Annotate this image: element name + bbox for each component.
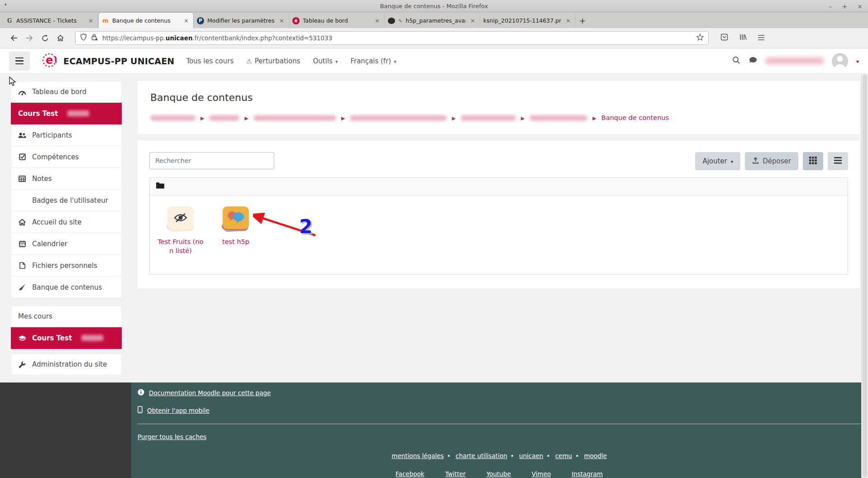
user-name-redacted[interactable] (766, 57, 824, 64)
bookmark-star-icon[interactable] (696, 33, 704, 43)
pocket-icon[interactable] (720, 33, 728, 43)
messages-icon[interactable] (749, 56, 758, 66)
nav-langue[interactable]: Français (fr) (350, 57, 396, 65)
home-icon[interactable] (52, 31, 68, 45)
drawer-toggle-button[interactable] (9, 52, 30, 71)
nav-tous-les-cours[interactable]: Tous les cours (186, 57, 234, 65)
url-bar[interactable]: https://lecampus-pp.unicaen.fr/contentba… (75, 31, 709, 45)
browser-toolbar: https://lecampus-pp.unicaen.fr/contentba… (0, 28, 868, 48)
h5p-speech-bubbles-icon (223, 206, 249, 229)
maximize-button[interactable]: + (842, 3, 848, 10)
purge-caches-link[interactable]: Purger tous les caches (138, 433, 206, 440)
sidebar-header-mes-cours[interactable]: Mes cours (11, 306, 122, 327)
sidebar-item-administration[interactable]: Administration du site (11, 354, 122, 375)
footer-links: mentions légales charte utilisation unic… (138, 452, 861, 459)
sidebar-item-participants[interactable]: Participants (11, 124, 122, 146)
tab-close-icon[interactable]: × (278, 17, 286, 24)
tab-close-icon[interactable]: × (373, 17, 381, 24)
sidebar-item-tableau-de-bord[interactable]: Tableau de bord (11, 81, 122, 103)
site-brand[interactable]: ECAMPUS-PP UNICAEN (63, 56, 174, 66)
cemu-link[interactable]: cemu (555, 452, 572, 459)
tab-assistance[interactable]: G ASSISTANCE - Tickets × (3, 13, 98, 28)
list-view-button[interactable] (828, 152, 848, 170)
menu-hamburger-icon[interactable] (758, 34, 765, 43)
mobile-app-link[interactable]: Obtenir l'app mobile (147, 407, 210, 414)
breadcrumb-redacted[interactable] (150, 115, 196, 121)
shield-icon[interactable] (80, 33, 87, 43)
breadcrumb-current[interactable]: Banque de contenus (601, 114, 669, 121)
pencil-icon (398, 17, 402, 24)
tab-close-icon[interactable]: × (564, 17, 572, 24)
tab-ksnip-image[interactable]: ksnip_20210715-114637.png (Ima × (480, 13, 576, 28)
search-icon[interactable] (732, 56, 740, 66)
avatar[interactable] (832, 53, 848, 69)
breadcrumb-redacted[interactable] (350, 115, 447, 121)
upload-icon (752, 157, 759, 166)
sidebar-item-banque-de-contenus[interactable]: Banque de contenus (11, 277, 122, 298)
youtube-link[interactable]: Youtube (486, 470, 511, 478)
mentions-legales-link[interactable]: mentions légales (391, 452, 444, 459)
tab-tableau-de-bord[interactable]: e Tableau de bord × (289, 13, 385, 28)
warning-icon (246, 57, 252, 65)
close-button[interactable]: × (857, 3, 863, 10)
breadcrumb-redacted[interactable] (253, 115, 336, 121)
tab-banque-de-contenus[interactable]: m Banque de contenus × (98, 12, 194, 28)
tab-modifier-parametres[interactable]: P Modifier les paramètres du co × (194, 13, 289, 28)
twitter-link[interactable]: Twitter (445, 470, 466, 478)
grid-view-button[interactable] (803, 152, 823, 170)
sidebar-item-accueil[interactable]: Accueil du site (11, 211, 122, 233)
scrollbar-thumb[interactable] (863, 74, 867, 478)
tab-close-icon[interactable]: × (87, 17, 95, 24)
lock-icon[interactable] (91, 33, 98, 43)
unicaen-link[interactable]: unicaen (519, 452, 543, 459)
instagram-link[interactable]: Instagram (572, 470, 603, 478)
sidebar-item-notes[interactable]: Notes (11, 168, 122, 190)
check-square-icon (18, 153, 26, 160)
blue-p-icon: P (197, 17, 204, 24)
tab-close-icon[interactable]: × (469, 17, 477, 24)
reload-icon[interactable] (37, 31, 52, 45)
breadcrumb: Banque de contenus (150, 114, 847, 121)
search-input[interactable] (149, 152, 274, 169)
sidebar-item-calendrier[interactable]: Calendrier (11, 233, 122, 255)
content-bank-card: Ajouter Déposer (138, 140, 860, 288)
footer-divider (138, 424, 861, 424)
url-text[interactable]: https://lecampus-pp.unicaen.fr/contentba… (102, 34, 692, 42)
unicaen-logo-icon[interactable]: e (40, 51, 59, 71)
sidebar-item-fichiers[interactable]: Fichiers personnels (11, 255, 122, 277)
nav-perturbations[interactable]: Perturbations (246, 57, 300, 65)
minimize-button[interactable]: – (829, 3, 832, 10)
doc-link[interactable]: Documentation Moodle pour cette page (149, 389, 271, 397)
sidebar-item-badges[interactable]: Badges de l'utilisateur (11, 190, 122, 211)
folder-icon[interactable] (156, 182, 165, 191)
titlebar: Banque de contenus - Mozilla Firefox – +… (0, 0, 868, 12)
calendar-icon (18, 240, 26, 247)
moodle-link[interactable]: moodle (584, 452, 606, 459)
new-tab-button[interactable]: + (576, 16, 589, 28)
tab-h5p-parametres[interactable]: h5p_parametres_avances [( × (385, 13, 480, 28)
breadcrumb-redacted[interactable] (529, 115, 587, 121)
tab-bar: G ASSISTANCE - Tickets × m Banque de con… (0, 12, 868, 28)
content-item-label[interactable]: Test Fruits (non listé) (154, 237, 207, 256)
breadcrumb-redacted[interactable] (461, 115, 516, 121)
forward-icon[interactable] (22, 31, 37, 45)
scrollbar[interactable] (861, 74, 868, 478)
library-icon[interactable] (739, 33, 747, 43)
tab-close-icon[interactable]: × (182, 17, 190, 24)
listing-header (150, 178, 848, 196)
breadcrumb-redacted[interactable] (209, 115, 239, 121)
sidebar-item-cours-test[interactable]: Cours Test (11, 103, 122, 124)
upload-button[interactable]: Déposer (745, 152, 798, 170)
nav-outils[interactable]: Outils (313, 57, 338, 65)
content-item-test-fruits[interactable]: Test Fruits (non listé) (154, 206, 207, 274)
user-menu-caret-icon[interactable] (856, 57, 859, 65)
facebook-link[interactable]: Facebook (396, 470, 424, 478)
sidebar-item-mes-cours-cours-test[interactable]: Cours Test (11, 327, 122, 349)
add-button[interactable]: Ajouter (695, 152, 740, 170)
sidebar-item-competences[interactable]: Compétences (11, 146, 122, 168)
redacted-text (67, 110, 89, 116)
charte-utilisation-link[interactable]: charte utilisation (456, 452, 507, 459)
vimeo-link[interactable]: Vimeo (532, 470, 551, 478)
list-view-icon (834, 157, 842, 166)
back-icon[interactable] (6, 31, 22, 45)
